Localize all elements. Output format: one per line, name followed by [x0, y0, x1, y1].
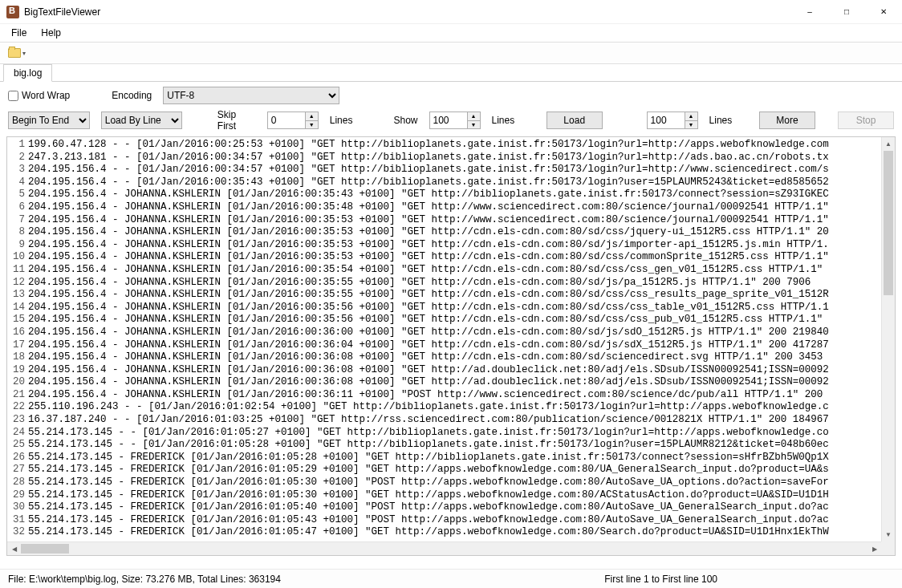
load-mode-select[interactable]: Load By Line	[101, 112, 183, 129]
line-text: 55.214.173.145 - - [01/Jan/2016:01:05:27…	[28, 427, 829, 440]
log-line[interactable]: 2247.3.213.181 - - [01/Jan/2016:00:34:57…	[9, 152, 895, 164]
line-number: 12	[9, 277, 28, 290]
direction-select[interactable]: Begin To End	[8, 112, 90, 129]
line-number: 10	[9, 251, 28, 264]
line-text: 204.195.156.4 - JOHANNA.KSHLERIN [01/Jan…	[28, 214, 829, 227]
log-line[interactable]: 18204.195.156.4 - JOHANNA.KSHLERIN [01/J…	[9, 351, 895, 364]
minimize-button[interactable]: –	[791, 0, 828, 24]
line-text: 55.214.173.145 - FREDERICK [01/Jan/2016:…	[28, 452, 829, 464]
line-number: 7	[9, 214, 28, 227]
text-content[interactable]: 1199.60.47.128 - - [01/Jan/2016:00:25:53…	[7, 137, 895, 555]
line-number: 21	[9, 389, 28, 402]
log-line[interactable]: 13204.195.156.4 - JOHANNA.KSHLERIN [01/J…	[9, 289, 895, 302]
log-line[interactable]: 2316.37.187.240 - - [01/Jan/2016:01:03:2…	[9, 414, 895, 427]
line-text: 55.214.173.145 - FREDERICK [01/Jan/2016:…	[28, 476, 829, 489]
line-number: 16	[9, 326, 28, 339]
log-line[interactable]: 1199.60.47.128 - - [01/Jan/2016:00:25:53…	[9, 139, 895, 152]
log-line[interactable]: 8204.195.156.4 - JOHANNA.KSHLERIN [01/Ja…	[9, 226, 895, 239]
log-line[interactable]: 14204.195.156.4 - JOHANNA.KSHLERIN [01/J…	[9, 302, 895, 314]
log-line[interactable]: 5204.195.156.4 - JOHANNA.KSHLERIN [01/Ja…	[9, 189, 895, 201]
show-label: Show	[393, 115, 417, 126]
vertical-scroll-thumb[interactable]	[884, 151, 893, 295]
load-button[interactable]: Load	[546, 112, 603, 129]
show-input[interactable]	[430, 112, 467, 128]
menu-help[interactable]: Help	[35, 26, 67, 40]
close-button[interactable]: ✕	[865, 0, 902, 24]
log-line[interactable]: 4204.195.156.4 - - [01/Jan/2016:00:35:43…	[9, 176, 895, 189]
line-number: 11	[9, 264, 28, 277]
log-line[interactable]: 6204.195.156.4 - JOHANNA.KSHLERIN [01/Ja…	[9, 201, 895, 214]
more-button[interactable]: More	[759, 112, 815, 129]
line-text: 204.195.156.4 - JOHANNA.KSHLERIN [01/Jan…	[28, 339, 829, 352]
log-line[interactable]: 2555.214.173.145 - - [01/Jan/2016:01:05:…	[9, 439, 895, 452]
log-line[interactable]: 15204.195.156.4 - JOHANNA.KSHLERIN [01/J…	[9, 314, 895, 326]
vertical-scrollbar[interactable]: ▲ ▼	[881, 137, 895, 541]
scroll-up-icon[interactable]: ▲	[882, 137, 895, 151]
scroll-down-icon[interactable]: ▼	[882, 528, 895, 541]
line-number: 32	[9, 526, 28, 539]
log-line[interactable]: 21204.195.156.4 - JOHANNA.KSHLERIN [01/J…	[9, 389, 895, 402]
tab-active[interactable]: big.log	[3, 64, 52, 82]
log-line[interactable]: 3055.214.173.145 - FREDERICK [01/Jan/201…	[9, 501, 895, 514]
spin-down-icon[interactable]: ▼	[468, 121, 480, 129]
log-line[interactable]: 12204.195.156.4 - JOHANNA.KSHLERIN [01/J…	[9, 277, 895, 290]
line-text: 204.195.156.4 - JOHANNA.KSHLERIN [01/Jan…	[28, 364, 829, 377]
log-line[interactable]: 22255.110.196.243 - - [01/Jan/2016:01:02…	[9, 401, 895, 414]
line-number: 9	[9, 239, 28, 252]
log-line[interactable]: 7204.195.156.4 - JOHANNA.KSHLERIN [01/Ja…	[9, 214, 895, 227]
skip-first-spinner[interactable]: ▲▼	[267, 112, 319, 129]
line-text: 55.214.173.145 - FREDERICK [01/Jan/2016:…	[28, 501, 829, 514]
line-text: 55.214.173.145 - - [01/Jan/2016:01:05:28…	[28, 439, 829, 452]
line-text: 247.3.213.181 - - [01/Jan/2016:00:34:57 …	[28, 152, 829, 164]
log-line[interactable]: 19204.195.156.4 - JOHANNA.KSHLERIN [01/J…	[9, 364, 895, 377]
log-line[interactable]: 20204.195.156.4 - JOHANNA.KSHLERIN [01/J…	[9, 376, 895, 389]
toolbar: ▾	[0, 42, 902, 64]
encoding-select[interactable]: UTF-8	[163, 87, 339, 104]
scroll-right-icon[interactable]: ▶	[867, 542, 881, 555]
line-text: 204.195.156.4 - - [01/Jan/2016:00:35:43 …	[28, 176, 829, 189]
line-number: 6	[9, 201, 28, 214]
word-wrap-checkbox[interactable]: Word Wrap	[8, 90, 70, 101]
log-line[interactable]: 2655.214.173.145 - FREDERICK [01/Jan/201…	[9, 452, 895, 464]
line-number: 14	[9, 302, 28, 314]
maximize-button[interactable]: □	[828, 0, 865, 24]
log-line[interactable]: 3155.214.173.145 - FREDERICK [01/Jan/201…	[9, 514, 895, 527]
line-text: 204.195.156.4 - JOHANNA.KSHLERIN [01/Jan…	[28, 264, 823, 277]
log-line[interactable]: 3255.214.173.145 - FREDERICK [01/Jan/201…	[9, 526, 895, 539]
log-line[interactable]: 16204.195.156.4 - JOHANNA.KSHLERIN [01/J…	[9, 326, 895, 339]
line-text: 204.195.156.4 - JOHANNA.KSHLERIN [01/Jan…	[28, 189, 829, 201]
spin-down-icon[interactable]: ▼	[306, 121, 318, 129]
more-spinner[interactable]: ▲▼	[647, 112, 698, 129]
word-wrap-input[interactable]	[8, 91, 18, 101]
log-line[interactable]: 2755.214.173.145 - FREDERICK [01/Jan/201…	[9, 464, 895, 476]
log-line[interactable]: 2855.214.173.145 - FREDERICK [01/Jan/201…	[9, 476, 895, 489]
log-line[interactable]: 9204.195.156.4 - JOHANNA.KSHLERIN [01/Ja…	[9, 239, 895, 252]
spin-up-icon[interactable]: ▲	[468, 112, 480, 121]
scroll-left-icon[interactable]: ◀	[7, 542, 21, 555]
line-text: 204.195.156.4 - JOHANNA.KSHLERIN [01/Jan…	[28, 302, 829, 314]
log-line[interactable]: 11204.195.156.4 - JOHANNA.KSHLERIN [01/J…	[9, 264, 895, 277]
scroll-corner	[881, 541, 895, 555]
menu-file[interactable]: File	[5, 26, 33, 40]
log-line[interactable]: 2455.214.173.145 - - [01/Jan/2016:01:05:…	[9, 427, 895, 440]
log-line[interactable]: 3204.195.156.4 - - [01/Jan/2016:00:34:57…	[9, 164, 895, 176]
line-number: 18	[9, 351, 28, 364]
log-line[interactable]: 10204.195.156.4 - JOHANNA.KSHLERIN [01/J…	[9, 251, 895, 264]
spin-down-icon[interactable]: ▼	[685, 121, 697, 129]
log-line[interactable]: 2955.214.173.145 - FREDERICK [01/Jan/201…	[9, 489, 895, 502]
skip-first-input[interactable]	[268, 112, 305, 128]
skip-first-label: Skip First	[217, 109, 256, 132]
spin-up-icon[interactable]: ▲	[306, 112, 318, 121]
spin-up-icon[interactable]: ▲	[685, 112, 697, 121]
window-title: BigTextFileViewer	[24, 6, 100, 18]
log-line[interactable]: 17204.195.156.4 - JOHANNA.KSHLERIN [01/J…	[9, 339, 895, 352]
more-input[interactable]	[648, 112, 685, 128]
show-spinner[interactable]: ▲▼	[429, 112, 481, 129]
horizontal-scrollbar[interactable]: ◀ ▶	[7, 541, 881, 555]
line-text: 204.195.156.4 - JOHANNA.KSHLERIN [01/Jan…	[28, 239, 829, 252]
folder-icon	[8, 48, 21, 58]
open-file-button[interactable]: ▾	[5, 47, 29, 59]
line-text: 204.195.156.4 - JOHANNA.KSHLERIN [01/Jan…	[28, 226, 829, 239]
horizontal-scroll-thumb[interactable]	[21, 544, 69, 554]
line-number: 15	[9, 314, 28, 326]
